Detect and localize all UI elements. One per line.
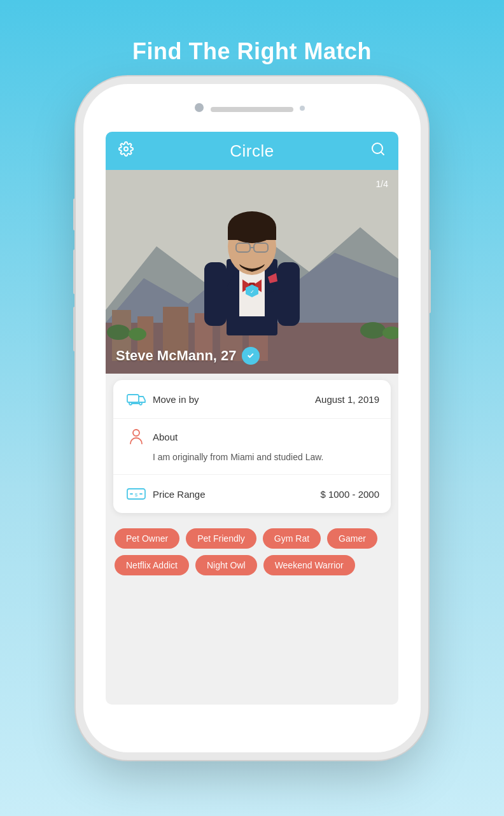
phone-camera — [195, 103, 204, 112]
svg-line-2 — [381, 152, 384, 155]
move-in-date: August 1, 2019 — [315, 394, 379, 405]
about-header: About — [125, 428, 379, 446]
svg-point-38 — [133, 430, 139, 436]
power-button[interactable] — [428, 250, 431, 313]
volume-up-button[interactable] — [73, 250, 76, 294]
svg-point-13 — [107, 325, 130, 340]
about-label: About — [153, 432, 379, 442]
move-in-label: Move in by — [153, 394, 315, 405]
price-range-label: Price Range — [153, 489, 320, 500]
tags-area: Pet OwnerPet FriendlyGym RatGamerNetflix… — [106, 519, 398, 584]
app-header: Circle — [106, 132, 398, 170]
profile-photo: ✓ 1/4 Steve McMann, 27 — [106, 170, 398, 374]
info-card: Move in by August 1, 2019 About I am ori… — [113, 380, 391, 513]
phone-dot — [300, 106, 305, 111]
tag-item[interactable]: Gamer — [327, 528, 377, 549]
phone-speaker — [211, 107, 293, 112]
person-icon — [125, 428, 148, 446]
tag-item[interactable]: Netflix Addict — [115, 555, 189, 575]
svg-point-0 — [124, 147, 128, 151]
price-range-row: $ Price Range $ 1000 - 2000 — [113, 475, 391, 513]
svg-text:$: $ — [135, 492, 138, 498]
svg-point-14 — [129, 328, 146, 341]
svg-text:✓: ✓ — [250, 289, 255, 295]
volume-mute-button[interactable] — [73, 199, 76, 230]
app-logo: Circle — [230, 141, 274, 161]
tag-item[interactable]: Gym Rat — [263, 528, 321, 549]
about-section: About I am originally from Miami and stu… — [113, 419, 391, 475]
tag-item[interactable]: Night Owl — [195, 555, 257, 575]
settings-icon[interactable] — [118, 141, 134, 160]
tag-item[interactable]: Pet Owner — [115, 528, 179, 549]
truck-icon — [125, 390, 148, 408]
tag-item[interactable]: Pet Friendly — [186, 528, 256, 549]
price-icon: $ — [125, 485, 148, 503]
svg-rect-34 — [127, 395, 139, 402]
profile-image-area: ✓ 1/4 Steve McMann, 27 — [106, 170, 398, 374]
search-icon[interactable] — [370, 141, 386, 160]
profile-name: Steve McMann, 27 — [116, 348, 237, 364]
volume-down-button[interactable] — [73, 307, 76, 351]
svg-rect-27 — [228, 227, 276, 240]
photo-counter: 1/4 — [376, 179, 388, 189]
phone-shell: Circle — [83, 84, 421, 752]
phone-screen: Circle — [106, 132, 398, 705]
move-in-row: Move in by August 1, 2019 — [113, 380, 391, 419]
svg-rect-32 — [277, 262, 300, 326]
page-title: Find The Right Match — [132, 38, 372, 65]
profile-name-row: Steve McMann, 27 — [116, 347, 260, 365]
verified-badge — [242, 347, 260, 365]
about-text: I am originally from Miami and studied L… — [153, 451, 379, 464]
price-range-value: $ 1000 - 2000 — [320, 489, 379, 500]
svg-point-15 — [360, 322, 386, 339]
tag-item[interactable]: Weekend Warrior — [263, 555, 355, 575]
svg-rect-31 — [204, 262, 227, 326]
